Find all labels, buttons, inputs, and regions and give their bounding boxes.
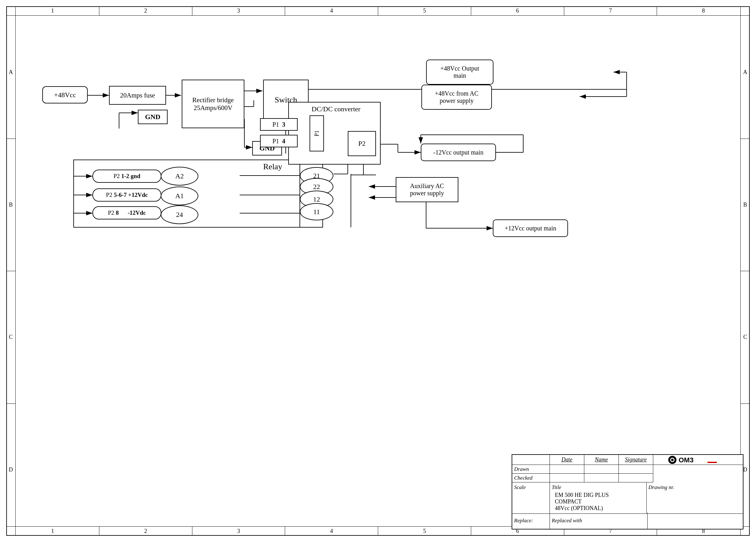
replaced-with-cell: Replaced with bbox=[550, 513, 648, 529]
logo-area: OM3 BROADCAST bbox=[653, 455, 743, 465]
checked-name bbox=[584, 474, 619, 482]
drawn-name bbox=[584, 465, 619, 473]
p1-4-box: P1 4 bbox=[260, 135, 298, 147]
p2-5-6-7-box: P2 5-6-7 +12Vdc bbox=[92, 188, 161, 201]
p2-1-2-box: P2 1-2 gnd bbox=[92, 169, 161, 183]
grid-left-d: D bbox=[6, 404, 15, 536]
replace-cell: Replace: bbox=[512, 513, 550, 529]
checked-row: Checked bbox=[512, 474, 550, 482]
gnd1-label: GND bbox=[145, 113, 160, 121]
gnd1-box: GND bbox=[138, 110, 168, 124]
oval-12-label: 12 bbox=[313, 195, 320, 203]
title-block: Date Name Signature OM3 BROADCAST bbox=[512, 454, 743, 529]
grid-left-a: A bbox=[6, 6, 15, 139]
neg12-output-label: -12Vcc output main bbox=[433, 149, 483, 156]
a1-oval: A1 bbox=[161, 186, 198, 205]
title-label: Title bbox=[552, 484, 644, 491]
grid-top-1: 1 bbox=[6, 6, 99, 15]
grid-top: 1 2 3 4 5 6 7 8 bbox=[6, 6, 750, 16]
neg12-output-box: -12Vcc output main bbox=[421, 143, 496, 161]
from-ac-label: +48Vcc from ACpower supply bbox=[435, 90, 478, 104]
grid-left-b: B bbox=[6, 139, 15, 272]
p1-connector-box: P1 bbox=[310, 115, 324, 151]
aux-ac-label: Auxiliary ACpower supply bbox=[410, 182, 444, 197]
title-cell: Title EM 500 HE DIG PLUSCOMPACT48Vcc (OP… bbox=[550, 482, 647, 513]
fuse-box: 20Amps fuse bbox=[109, 86, 166, 105]
grid-top-6: 6 bbox=[471, 6, 564, 15]
p1-4-label: P1 4 bbox=[272, 138, 285, 145]
p2-inner-label: P2 bbox=[358, 139, 365, 148]
p1-connector-label: P1 bbox=[314, 130, 320, 136]
drawn-date bbox=[550, 465, 584, 473]
p2-1-2-label: P2 1-2 gnd bbox=[113, 173, 140, 180]
output-48vcc-box: +48Vcc Outputmain bbox=[426, 60, 493, 85]
omb-logo: OM3 BROADCAST bbox=[667, 456, 729, 464]
p1-3-box: P1 3 bbox=[260, 118, 298, 131]
rectifier-box: Rectifier bridge25Amps/600V bbox=[182, 80, 244, 128]
p2-8-box: P2 8 -12Vdc bbox=[92, 206, 161, 219]
p2-5-6-7-label: P2 5-6-7 +12Vdc bbox=[106, 191, 148, 198]
a2-oval: A2 bbox=[161, 167, 198, 185]
replaced-with-label: Replaced with bbox=[552, 518, 647, 524]
grid-top-3: 3 bbox=[192, 6, 285, 15]
output-48vcc-label: +48Vcc Outputmain bbox=[440, 65, 479, 79]
grid-top-5: 5 bbox=[378, 6, 471, 15]
grid-left: A B C D bbox=[6, 6, 16, 536]
oval-24: 24 bbox=[161, 205, 198, 224]
name-col-header: Name bbox=[584, 455, 619, 465]
pos12-output-label: +12Vcc output main bbox=[505, 225, 556, 232]
pos12-output-box: +12Vcc output main bbox=[493, 219, 568, 237]
p2-8-label: P2 8 -12Vdc bbox=[108, 209, 146, 216]
checked-sig bbox=[619, 474, 653, 482]
oval-22-label: 22 bbox=[313, 183, 320, 191]
from-ac-box: +48Vcc from ACpower supply bbox=[421, 85, 492, 110]
v48vcc-label: +48Vcc bbox=[54, 91, 76, 99]
v48vcc-box: +48Vcc bbox=[42, 86, 88, 103]
drawn-col-header bbox=[512, 455, 550, 465]
oval-11: 11 bbox=[300, 203, 333, 220]
a2-label: A2 bbox=[175, 172, 184, 180]
grid-left-c: C bbox=[6, 271, 15, 404]
oval-11-label: 11 bbox=[313, 208, 320, 216]
oval-24-label: 24 bbox=[176, 211, 183, 219]
checked-date bbox=[550, 474, 584, 482]
svg-point-57 bbox=[671, 459, 674, 461]
replaced-with-value bbox=[648, 513, 743, 529]
date-col-header: Date bbox=[550, 455, 584, 465]
drawn-row: Drawn bbox=[512, 465, 550, 473]
p1-3-label: P1 3 bbox=[272, 121, 285, 128]
drawing-nr-cell: Drawing nr. bbox=[647, 482, 743, 513]
title-value: EM 500 HE DIG PLUSCOMPACT48Vcc (OPTIONAL… bbox=[552, 492, 644, 512]
diagram-area: +48Vcc 20Amps fuse Rectifier bridge25Amp… bbox=[16, 16, 740, 529]
grid-top-7: 7 bbox=[564, 6, 657, 15]
grid-top-8: 8 bbox=[657, 6, 750, 15]
p2-inner-box: P2 bbox=[348, 131, 376, 156]
dcdc-label: DC/DC converter bbox=[312, 105, 361, 113]
relay-label: Relay bbox=[263, 162, 282, 171]
svg-text:OM3: OM3 bbox=[679, 456, 694, 464]
aux-ac-box: Auxiliary ACpower supply bbox=[396, 177, 458, 202]
a1-label: A1 bbox=[175, 192, 184, 200]
grid-top-4: 4 bbox=[285, 6, 378, 15]
fuse-label: 20Amps fuse bbox=[120, 91, 155, 99]
signature-col-header: Signature bbox=[619, 455, 653, 465]
rectifier-label: Rectifier bridge25Amps/600V bbox=[192, 96, 234, 112]
svg-rect-59 bbox=[707, 462, 717, 463]
grid-right-a: A bbox=[741, 6, 750, 139]
grid-right-b: B bbox=[741, 139, 750, 272]
drawing-nr-label: Drawing nr. bbox=[649, 484, 741, 491]
drawn-sig bbox=[619, 465, 653, 473]
scale-cell: Scale bbox=[512, 482, 550, 513]
grid-top-2: 2 bbox=[99, 6, 192, 15]
grid-right-c: C bbox=[741, 271, 750, 404]
